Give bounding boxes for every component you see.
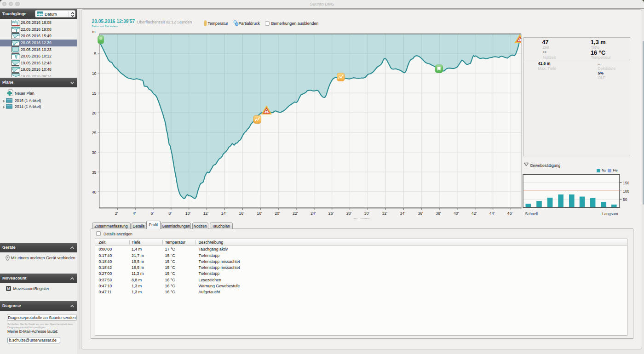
svg-text:40': 40' <box>454 211 459 216</box>
svg-text:20: 20 <box>92 111 97 115</box>
svg-text:30: 30 <box>92 150 97 155</box>
svg-text:40: 40 <box>92 190 97 194</box>
svg-text:46': 46' <box>507 211 513 216</box>
svg-text:10': 10' <box>185 211 191 216</box>
svg-text:36': 36' <box>418 211 423 216</box>
svg-text:35: 35 <box>92 170 97 175</box>
svg-text:18': 18' <box>257 211 262 216</box>
svg-text:12': 12' <box>203 211 209 216</box>
svg-text:42': 42' <box>472 211 477 216</box>
svg-text:2': 2' <box>115 211 118 216</box>
svg-text:28': 28' <box>346 211 352 216</box>
svg-text:32': 32' <box>382 211 387 216</box>
svg-text:22': 22' <box>293 211 298 216</box>
svg-text:10: 10 <box>92 71 97 76</box>
svg-text:20': 20' <box>275 211 280 216</box>
svg-text:26': 26' <box>328 211 334 216</box>
svg-text:34': 34' <box>400 211 405 216</box>
svg-text:5: 5 <box>94 51 97 56</box>
svg-text:14': 14' <box>221 211 227 216</box>
svg-text:m: m <box>92 29 95 34</box>
svg-text:50: 50 <box>623 197 627 202</box>
svg-text:100: 100 <box>623 189 629 194</box>
svg-text:16': 16' <box>239 211 244 216</box>
svg-text:24': 24' <box>310 211 316 216</box>
svg-text:15: 15 <box>92 91 97 96</box>
svg-text:30': 30' <box>364 211 370 216</box>
svg-text:25: 25 <box>92 131 97 135</box>
svg-text:150: 150 <box>623 181 629 185</box>
svg-text:38': 38' <box>436 211 441 216</box>
svg-text:6': 6' <box>150 211 154 216</box>
svg-text:44': 44' <box>489 211 495 216</box>
svg-text:4': 4' <box>133 211 136 216</box>
svg-text:8': 8' <box>168 211 172 216</box>
